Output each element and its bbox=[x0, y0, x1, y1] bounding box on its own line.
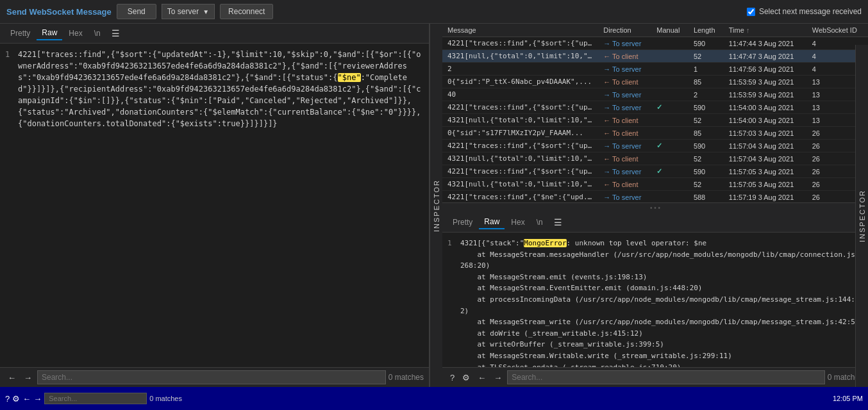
inspector-strip-right[interactable]: INSPECTOR bbox=[855, 45, 868, 387]
col-message[interactable]: Message bbox=[442, 24, 598, 37]
table-row[interactable]: 4221["traces::find",{"$sort":{"upd... → … bbox=[442, 37, 868, 50]
table-row[interactable]: 40 → To server 2 11:53:59 3 Aug 2021 13 bbox=[442, 88, 868, 101]
cell-message: 4321[null,{"total":0,"limit":10,"ski... bbox=[442, 50, 598, 63]
col-direction[interactable]: Direction bbox=[598, 24, 651, 37]
table-row[interactable]: 4221["traces::find",{"$sort":{"upd... → … bbox=[442, 140, 868, 152]
col-manual[interactable]: Manual bbox=[651, 24, 689, 37]
tab-pretty-left[interactable]: Pretty bbox=[5, 27, 35, 40]
bottom-code-text: 4321[{"stack":"MongoError: unknown top l… bbox=[460, 238, 863, 367]
taskbar-search[interactable] bbox=[44, 393, 147, 404]
left-search-bar: ← → 0 matches bbox=[0, 367, 429, 387]
col-time[interactable]: Time ↑ bbox=[724, 24, 807, 37]
cell-time: 11:53:59 3 Aug 2021 bbox=[724, 76, 807, 88]
cell-manual: ✓ bbox=[651, 140, 689, 152]
bottom-code-line: 1 4321[{"stack":"MongoError: unknown top… bbox=[447, 238, 863, 367]
cell-direction: → To server bbox=[598, 140, 651, 152]
app-title: Send WebSocket Message bbox=[6, 7, 112, 17]
cell-direction: ← To client bbox=[598, 152, 651, 165]
cell-time: 11:57:04 3 Aug 2021 bbox=[724, 152, 807, 165]
table-row[interactable]: 4321[null,{"total":0,"limit":10,"ski... … bbox=[442, 152, 868, 165]
inspector-strip-left[interactable]: INSPECTOR bbox=[430, 24, 442, 387]
cell-length: 52 bbox=[689, 114, 724, 127]
taskbar-back[interactable]: ← bbox=[22, 394, 31, 404]
tab-newline-bottom[interactable]: \n bbox=[531, 216, 548, 229]
search-prev-bottom[interactable]: ← bbox=[475, 372, 488, 384]
cell-message: 4321[null,{"total":0,"limit":10,"ski... bbox=[442, 114, 598, 127]
cell-direction: → To server bbox=[598, 191, 651, 204]
code-text-1: 4221["traces::find",{"$sort":{"updatedAt… bbox=[18, 49, 424, 129]
table-row[interactable]: 4221["traces::find",{"$ne":{"upd... → To… bbox=[442, 191, 868, 204]
cell-time: 11:54:00 3 Aug 2021 bbox=[724, 114, 807, 127]
cell-direction: ← To client bbox=[598, 114, 651, 127]
cell-time: 11:57:05 3 Aug 2021 bbox=[724, 178, 807, 191]
websocket-table: Message Direction Manual Length Time ↑ W… bbox=[442, 24, 868, 203]
bottom-code-area[interactable]: 1 4321[{"stack":"MongoError: unknown top… bbox=[442, 233, 868, 367]
cell-manual: ✓ bbox=[651, 165, 689, 178]
table-row[interactable]: 2 → To server 1 11:47:56 3 Aug 2021 4 bbox=[442, 63, 868, 76]
search-next-bottom[interactable]: → bbox=[491, 372, 505, 384]
tab-raw-bottom[interactable]: Raw bbox=[479, 215, 505, 229]
table-row[interactable]: 4221["traces::find",{"$sort":{"upd... → … bbox=[442, 165, 868, 178]
col-length[interactable]: Length bbox=[689, 24, 724, 37]
table-row[interactable]: 0{"sid":"P_ttX-6Nabc_pv4DAAAK",... ← To … bbox=[442, 76, 868, 88]
bottom-toolbar: Pretty Raw Hex \n ☰ bbox=[442, 213, 868, 233]
search-input-left[interactable] bbox=[37, 370, 386, 384]
search-input-bottom[interactable] bbox=[507, 370, 824, 384]
select-next-checkbox[interactable] bbox=[747, 8, 755, 16]
tab-newline-left[interactable]: \n bbox=[89, 27, 106, 40]
to-server-label: To server bbox=[167, 7, 199, 16]
left-code-area[interactable]: 1 4221["traces::find",{"$sort":{"updated… bbox=[0, 44, 429, 367]
help-icon-bottom[interactable]: ? bbox=[447, 372, 457, 384]
cell-time: 11:54:00 3 Aug 2021 bbox=[724, 101, 807, 114]
cell-time: 11:47:47 3 Aug 2021 bbox=[724, 50, 807, 63]
tab-hex-left[interactable]: Hex bbox=[63, 27, 87, 40]
dropdown-arrow-icon: ▼ bbox=[203, 8, 209, 15]
cell-length: 590 bbox=[689, 101, 724, 114]
table-container[interactable]: Message Direction Manual Length Time ↑ W… bbox=[442, 24, 868, 203]
top-bar: Send WebSocket Message Send To server ▼ … bbox=[0, 0, 868, 24]
cell-manual bbox=[651, 63, 689, 76]
cell-manual bbox=[651, 114, 689, 127]
table-row[interactable]: 4321[null,{"total":0,"limit":10,"ski... … bbox=[442, 50, 868, 63]
main-content: Pretty Raw Hex \n ☰ 1 4221["traces::find… bbox=[0, 24, 868, 387]
reconnect-button[interactable]: Reconnect bbox=[220, 4, 273, 19]
table-row[interactable]: 0{"sid":"s17F7lMXzIY2pV_FAAAM... ← To cl… bbox=[442, 127, 868, 140]
tab-raw-left[interactable]: Raw bbox=[37, 26, 62, 40]
cell-direction: ← To client bbox=[598, 76, 651, 88]
col-wsid[interactable]: WebSocket ID bbox=[807, 24, 868, 37]
select-next-checkbox-area: Select next message received bbox=[747, 7, 862, 16]
left-toolbar: Pretty Raw Hex \n ☰ bbox=[0, 24, 429, 44]
cell-direction: ← To client bbox=[598, 127, 651, 140]
tab-hex-bottom[interactable]: Hex bbox=[506, 216, 530, 229]
search-prev-left[interactable]: ← bbox=[5, 372, 19, 384]
cell-time: 11:47:44 3 Aug 2021 bbox=[724, 37, 807, 50]
to-server-selector[interactable]: To server ▼ bbox=[162, 4, 215, 19]
table-row[interactable]: 4321[null,{"total":0,"limit":10,"ski... … bbox=[442, 178, 868, 191]
cell-message: 0{"sid":"P_ttX-6Nabc_pv4DAAAK",... bbox=[442, 76, 598, 88]
search-next-left[interactable]: → bbox=[21, 372, 35, 384]
inspector-label-right: INSPECTOR bbox=[858, 190, 866, 242]
taskbar-forward[interactable]: → bbox=[33, 394, 42, 404]
taskbar-help[interactable]: ? bbox=[5, 394, 10, 404]
settings-icon-bottom[interactable]: ⚙ bbox=[460, 372, 472, 384]
cell-message: 4221["traces::find",{"$sort":{"upd... bbox=[442, 101, 598, 114]
cell-length: 85 bbox=[689, 76, 724, 88]
taskbar: ? ⚙ ← → 0 matches 12:05 PM bbox=[0, 387, 868, 410]
table-row[interactable]: 4221["traces::find",{"$sort":{"upd... → … bbox=[442, 101, 868, 114]
cell-message: 2 bbox=[442, 63, 598, 76]
send-button[interactable]: Send bbox=[117, 4, 156, 19]
bottom-panel: Pretty Raw Hex \n ☰ 1 4321[{"stack":"Mon… bbox=[442, 213, 868, 387]
menu-icon-left[interactable]: ☰ bbox=[108, 27, 123, 40]
cell-manual bbox=[651, 191, 689, 204]
code-line-1: 1 4221["traces::find",{"$sort":{"updated… bbox=[5, 49, 424, 129]
cell-manual bbox=[651, 76, 689, 88]
taskbar-settings[interactable]: ⚙ bbox=[12, 394, 20, 404]
table-row[interactable]: 4321[null,{"total":0,"limit":10,"ski... … bbox=[442, 114, 868, 127]
menu-icon-bottom[interactable]: ☰ bbox=[551, 216, 565, 229]
select-next-label: Select next message received bbox=[759, 7, 862, 16]
cell-manual bbox=[651, 37, 689, 50]
cell-length: 52 bbox=[689, 178, 724, 191]
search-count-left: 0 matches bbox=[388, 373, 424, 382]
cell-length: 590 bbox=[689, 37, 724, 50]
tab-pretty-bottom[interactable]: Pretty bbox=[447, 216, 478, 229]
